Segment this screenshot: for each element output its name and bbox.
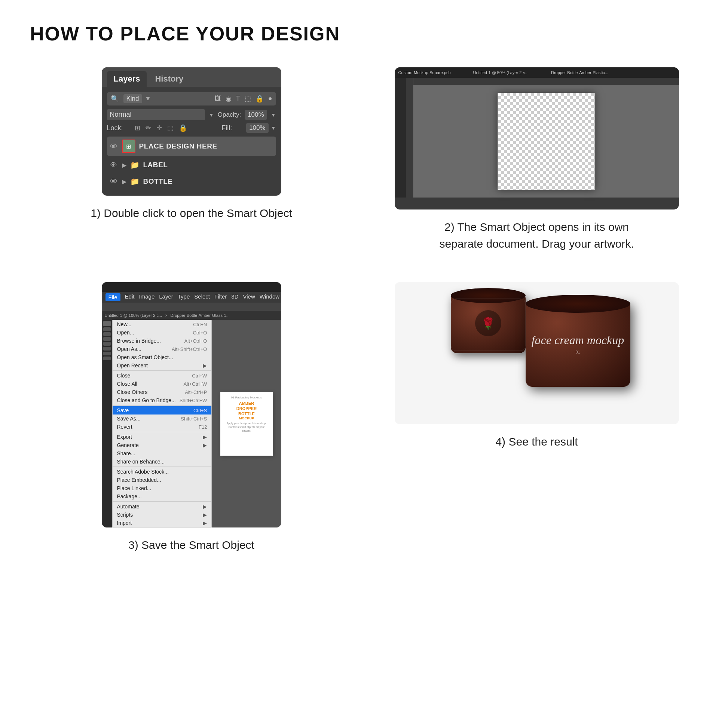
file-menu-screenshot: File Edit Image Layer Type Select Filter… (102, 282, 281, 528)
menu-item-generate[interactable]: Generate▶ (113, 441, 212, 449)
menu-item-close-all[interactable]: Close AllAlt+Ctrl+W (113, 380, 212, 388)
file-menu-item-filter[interactable]: Filter (214, 293, 227, 301)
menu-item-recent[interactable]: Open Recent▶ (113, 361, 212, 370)
jar-back-rim (451, 298, 526, 351)
menu-item-save[interactable]: SaveCtrl+S (113, 406, 212, 414)
pin-icon: ● (268, 95, 272, 103)
text-icon: T (236, 95, 240, 103)
file-tab-2[interactable]: × (165, 313, 167, 318)
menu-item-import[interactable]: Import▶ (113, 519, 212, 527)
menu-item-adobe-stock[interactable]: Search Adobe Stock... (113, 468, 212, 476)
ps-tab-1: Custom-Mockup-Square.psb (398, 70, 451, 75)
layer-smart-object-thumb: ⊞ (122, 139, 135, 153)
layer-place-design[interactable]: 👁 ⊞ PLACE DESIGN HERE (107, 136, 276, 156)
menu-item-bridge[interactable]: Browse in Bridge...Alt+Ctrl+O (113, 337, 212, 345)
opacity-value[interactable]: 100% (245, 110, 267, 120)
layers-search-bar[interactable]: 🔍 Kind ▼ 🖼 ◉ T ⬚ 🔒 ● (107, 92, 276, 106)
jar-front: face cream mockup 01 (526, 301, 630, 390)
file-menu-item-edit[interactable]: Edit (125, 293, 135, 301)
lock-move-icon: ✛ (156, 124, 162, 132)
menu-item-open-as[interactable]: Open As...Alt+Shift+Ctrl+O (113, 345, 212, 353)
blend-mode-select[interactable]: Normal (107, 109, 205, 120)
ps-topbar: Custom-Mockup-Square.psb Untitled-1 @ 50… (395, 67, 679, 78)
menu-item-scripts[interactable]: Scripts▶ (113, 511, 212, 519)
canvas-white-area (497, 93, 595, 190)
layers-tabs: Layers History (102, 67, 281, 87)
doc-category: 01 Packaging Mockups (224, 396, 269, 399)
file-menu-item-window[interactable]: Window (260, 293, 280, 301)
ps-tab-3: Dropper-Bottle-Amber-Plastic... (551, 70, 608, 75)
menu-item-share[interactable]: Share... (113, 449, 212, 457)
file-tab-3[interactable]: Dropper-Bottle-Amber-Glass-1... (171, 313, 230, 318)
circle-icon: ◉ (226, 95, 232, 103)
expand-arrow-bottle[interactable]: ▶ (122, 178, 127, 185)
file-menu-left-toolbar (102, 320, 112, 528)
menu-item-export[interactable]: Export▶ (113, 433, 212, 441)
folder-icon-bottle: 📁 (130, 177, 139, 186)
doc-subtitle: MOCKUP (224, 416, 269, 420)
step-1-number: 1) (90, 207, 101, 219)
ps-canvas-window: Custom-Mockup-Square.psb Untitled-1 @ 50… (395, 67, 679, 210)
file-menu-item-image[interactable]: Image (139, 293, 155, 301)
menu-item-save-as[interactable]: Save As...Shift+Ctrl+S (113, 414, 212, 423)
lock-checkerboard-icon: ⊞ (135, 124, 140, 132)
kind-dropdown[interactable]: Kind (124, 94, 142, 103)
ruler-left (406, 78, 413, 197)
menu-item-package[interactable]: Package... (113, 492, 212, 500)
jars-container: 🌹 face cream mockup 01 (440, 289, 634, 417)
expand-arrow-label[interactable]: ▶ (122, 162, 127, 169)
lock-icon: 🔒 (255, 95, 264, 103)
file-dropdown-menu: New...Ctrl+N Open...Ctrl+O Browse in Bri… (112, 320, 212, 528)
opacity-label: Opacity: (218, 111, 241, 119)
menu-item-new[interactable]: New...Ctrl+N (113, 320, 212, 329)
jar-result-image: 🌹 face cream mockup 01 (395, 282, 679, 424)
visibility-icon-bottle[interactable]: 👁 (110, 177, 118, 186)
layer-label[interactable]: 👁 ▶ 📁 LABEL (107, 158, 276, 173)
menu-item-close-others[interactable]: Close OthersAlt+Ctrl+P (113, 388, 212, 396)
menu-item-behance[interactable]: Share on Behance... (113, 457, 212, 466)
tab-history[interactable]: History (148, 71, 190, 87)
file-menu-menubar: File Edit Image Layer Type Select Filter… (102, 292, 281, 303)
ps-left-toolbar (395, 78, 406, 197)
menu-item-open[interactable]: Open...Ctrl+O (113, 329, 212, 337)
file-menu-item-view[interactable]: View (243, 293, 255, 301)
layer-bottle[interactable]: 👁 ▶ 📁 BOTTLE (107, 174, 276, 189)
file-menu-item-type[interactable]: Type (178, 293, 190, 301)
step-4-number: 4) (495, 436, 505, 448)
separator-5 (113, 501, 212, 502)
jar-label-text: face cream mockup (532, 333, 624, 347)
lock-label: Lock: (107, 124, 130, 132)
step-4-text: See the result (508, 436, 578, 448)
menu-item-automate[interactable]: Automate▶ (113, 502, 212, 511)
file-menu-topbar (102, 282, 281, 292)
search-icon: 🔍 (111, 95, 119, 103)
fill-value[interactable]: 100% (246, 123, 268, 133)
lock-row: Lock: ⊞ ✏ ✛ ⬚ 🔒 Fill: 100% ▼ (107, 123, 276, 133)
menu-item-open-smart[interactable]: Open as Smart Object... (113, 353, 212, 361)
lock-padlock-icon: 🔒 (179, 124, 187, 132)
page-title: HOW TO PLACE YOUR DESIGN (30, 23, 698, 45)
separator-1 (113, 370, 212, 371)
file-menu-item-select[interactable]: Select (194, 293, 210, 301)
file-menu-item-layer[interactable]: Layer (159, 293, 173, 301)
visibility-icon[interactable]: 👁 (110, 142, 118, 151)
folder-icon-label: 📁 (130, 161, 139, 170)
menu-item-close[interactable]: CloseCtrl+W (113, 372, 212, 380)
lock-brush-icon: ✏ (145, 124, 151, 132)
file-tab-1[interactable]: Untitled-1 @ 100% (Layer 2 c... (105, 313, 162, 318)
fill-group: Fill: 100% ▼ (222, 123, 276, 133)
step-1-cell: Layers History 🔍 Kind ▼ 🖼 ◉ T ⬚ (30, 67, 353, 252)
fill-label: Fill: (222, 124, 244, 132)
layers-panel-screenshot: Layers History 🔍 Kind ▼ 🖼 ◉ T ⬚ (102, 67, 281, 196)
menu-item-place-linked[interactable]: Place Linked... (113, 484, 212, 492)
visibility-icon-label[interactable]: 👁 (110, 161, 118, 170)
step-3-caption: 3) Save the Smart Object (128, 537, 254, 553)
step-2-text: The Smart Object opens in its own separa… (439, 221, 634, 250)
menu-item-place-embedded[interactable]: Place Embedded... (113, 476, 212, 484)
page: HOW TO PLACE YOUR DESIGN Layers History … (0, 0, 728, 728)
tab-layers[interactable]: Layers (107, 71, 147, 87)
file-menu-item-3d[interactable]: 3D (231, 293, 238, 301)
file-menu-item-file[interactable]: File (106, 293, 121, 301)
menu-item-close-bridge[interactable]: Close and Go to Bridge...Shift+Ctrl+W (113, 396, 212, 404)
menu-item-revert[interactable]: RevertF12 (113, 423, 212, 431)
